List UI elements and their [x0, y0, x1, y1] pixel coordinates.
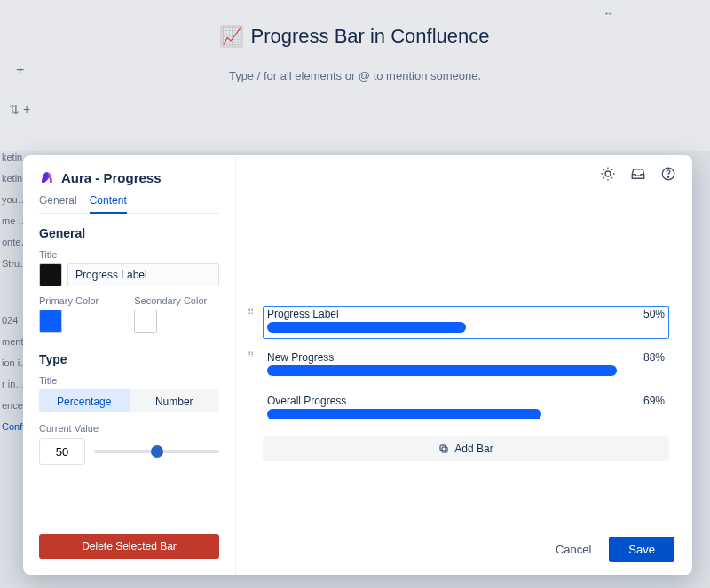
secondary-color-chip[interactable] — [134, 310, 157, 333]
theme-icon[interactable] — [598, 164, 618, 184]
svg-rect-3 — [442, 447, 447, 452]
inbox-icon[interactable] — [628, 164, 648, 184]
cancel-button[interactable]: Cancel — [547, 537, 600, 561]
slider-thumb[interactable] — [151, 445, 163, 458]
add-bar-label: Add Bar — [454, 443, 493, 455]
config-tabs: General Content — [39, 194, 219, 214]
bar-percent: 69% — [643, 395, 665, 407]
title-input[interactable] — [67, 263, 219, 286]
progress-bar-row[interactable]: ⠿New Progress88% — [250, 349, 669, 382]
modal-title: Aura - Progress — [39, 169, 219, 185]
primary-color-chip[interactable] — [39, 310, 62, 333]
bar-fill — [267, 409, 541, 419]
tab-content[interactable]: Content — [90, 194, 127, 214]
config-sidebar: Aura - Progress General Content General … — [23, 155, 236, 575]
bar-percent: 88% — [643, 351, 665, 364]
bar-fill — [267, 322, 466, 333]
primary-color-label: Primary Color — [39, 295, 99, 306]
svg-point-0 — [605, 171, 611, 176]
progress-bar-row[interactable]: ⠿Progress Label50% — [250, 306, 669, 339]
type-percentage-button[interactable]: Percentage — [39, 389, 130, 412]
svg-rect-4 — [440, 445, 446, 451]
preview-panel: ⠿Progress Label50%⠿New Progress88%Overal… — [236, 155, 692, 575]
current-value-input[interactable] — [39, 438, 85, 465]
section-general-heading: General — [39, 226, 219, 240]
aura-logo-icon — [39, 169, 55, 185]
progress-bar-row[interactable]: Overall Progress69% — [250, 393, 669, 426]
bar-label: Overall Progress — [267, 395, 346, 407]
svg-point-2 — [667, 176, 668, 177]
bar-percent: 50% — [643, 308, 665, 320]
section-type-heading: Type — [39, 352, 219, 366]
bar-track — [267, 365, 665, 376]
copy-icon — [438, 443, 449, 454]
type-title-label: Title — [39, 375, 219, 386]
title-color-chip[interactable] — [39, 263, 62, 286]
bar-label: Progress Label — [267, 308, 339, 320]
title-label: Title — [39, 249, 219, 260]
secondary-color-label: Secondary Color — [134, 295, 207, 306]
delete-bar-button[interactable]: Delete Selected Bar — [39, 534, 219, 559]
current-value-label: Current Value — [39, 423, 219, 434]
bar-track — [267, 409, 665, 419]
macro-editor-modal: Aura - Progress General Content General … — [23, 155, 692, 575]
save-button[interactable]: Save — [609, 537, 674, 562]
modal-footer: Cancel Save — [547, 537, 674, 562]
value-slider[interactable] — [94, 438, 219, 465]
drag-handle-icon[interactable]: ⠿ — [248, 353, 256, 357]
type-segmented: Percentage Number — [39, 389, 219, 412]
bar-track — [267, 322, 665, 333]
bar-fill — [267, 365, 617, 376]
type-number-button[interactable]: Number — [130, 389, 220, 412]
add-bar-button[interactable]: Add Bar — [263, 436, 669, 461]
drag-handle-icon[interactable]: ⠿ — [248, 310, 256, 314]
bar-label: New Progress — [267, 351, 334, 364]
modal-title-text: Aura - Progress — [61, 170, 162, 185]
help-icon[interactable] — [659, 164, 678, 184]
tab-general[interactable]: General — [39, 194, 77, 213]
